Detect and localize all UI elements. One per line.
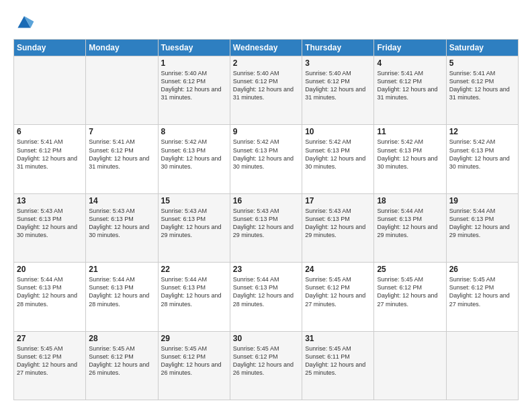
day-number: 28	[89, 334, 154, 343]
day-number: 6	[17, 127, 83, 136]
day-number: 4	[377, 58, 443, 68]
day-number: 23	[233, 265, 299, 274]
day-number: 7	[89, 127, 154, 136]
weekday-header-monday: Monday	[86, 40, 158, 56]
calendar-body: 1Sunrise: 5:40 AM Sunset: 6:12 PM Daylig…	[14, 56, 519, 400]
weekday-header-wednesday: Wednesday	[230, 40, 302, 56]
day-info: Sunrise: 5:45 AM Sunset: 6:12 PM Dayligh…	[233, 345, 299, 377]
calendar-cell: 7Sunrise: 5:41 AM Sunset: 6:12 PM Daylig…	[86, 125, 158, 193]
day-number: 26	[449, 265, 515, 274]
calendar-cell: 8Sunrise: 5:42 AM Sunset: 6:13 PM Daylig…	[158, 125, 230, 193]
day-number: 9	[233, 127, 299, 136]
day-number: 29	[161, 334, 227, 343]
day-info: Sunrise: 5:42 AM Sunset: 6:13 PM Dayligh…	[449, 138, 515, 171]
day-info: Sunrise: 5:41 AM Sunset: 6:12 PM Dayligh…	[377, 69, 443, 102]
calendar-cell: 21Sunrise: 5:44 AM Sunset: 6:13 PM Dayli…	[86, 263, 158, 331]
calendar-cell: 15Sunrise: 5:43 AM Sunset: 6:13 PM Dayli…	[158, 193, 230, 262]
calendar-cell	[86, 56, 158, 125]
day-info: Sunrise: 5:40 AM Sunset: 6:12 PM Dayligh…	[161, 69, 227, 102]
day-number: 20	[17, 265, 83, 274]
day-info: Sunrise: 5:42 AM Sunset: 6:13 PM Dayligh…	[233, 138, 299, 171]
day-info: Sunrise: 5:43 AM Sunset: 6:13 PM Dayligh…	[161, 207, 227, 240]
day-info: Sunrise: 5:42 AM Sunset: 6:13 PM Dayligh…	[377, 138, 443, 171]
weekday-header-thursday: Thursday	[302, 40, 374, 56]
day-number: 5	[449, 58, 515, 68]
calendar-cell	[374, 331, 446, 400]
calendar-page: SundayMondayTuesdayWednesdayThursdayFrid…	[0, 0, 532, 411]
day-info: Sunrise: 5:44 AM Sunset: 6:13 PM Dayligh…	[89, 275, 154, 308]
calendar-week-3: 13Sunrise: 5:43 AM Sunset: 6:13 PM Dayli…	[14, 193, 519, 262]
calendar-week-2: 6Sunrise: 5:41 AM Sunset: 6:12 PM Daylig…	[14, 125, 519, 193]
calendar-header: SundayMondayTuesdayWednesdayThursdayFrid…	[14, 40, 519, 56]
day-info: Sunrise: 5:45 AM Sunset: 6:12 PM Dayligh…	[17, 345, 83, 377]
calendar-cell: 17Sunrise: 5:43 AM Sunset: 6:13 PM Dayli…	[302, 193, 374, 262]
calendar-cell: 1Sunrise: 5:40 AM Sunset: 6:12 PM Daylig…	[158, 56, 230, 125]
day-number: 18	[377, 196, 443, 205]
day-number: 10	[305, 127, 371, 136]
day-info: Sunrise: 5:41 AM Sunset: 6:12 PM Dayligh…	[449, 69, 515, 102]
day-info: Sunrise: 5:43 AM Sunset: 6:13 PM Dayligh…	[89, 207, 154, 240]
day-number: 16	[233, 196, 299, 205]
day-number: 14	[89, 196, 154, 205]
day-number: 24	[305, 265, 371, 274]
day-number: 11	[377, 127, 443, 136]
day-number: 25	[377, 265, 443, 274]
day-info: Sunrise: 5:45 AM Sunset: 6:12 PM Dayligh…	[161, 345, 227, 377]
calendar-cell: 3Sunrise: 5:40 AM Sunset: 6:12 PM Daylig…	[302, 56, 374, 125]
calendar-table: SundayMondayTuesdayWednesdayThursdayFrid…	[13, 39, 519, 400]
day-number: 13	[17, 196, 83, 205]
day-info: Sunrise: 5:44 AM Sunset: 6:13 PM Dayligh…	[449, 207, 515, 240]
calendar-cell: 30Sunrise: 5:45 AM Sunset: 6:12 PM Dayli…	[230, 331, 302, 400]
calendar-cell: 11Sunrise: 5:42 AM Sunset: 6:13 PM Dayli…	[374, 125, 446, 193]
day-number: 27	[17, 334, 83, 343]
calendar-cell	[14, 56, 86, 125]
day-number: 15	[161, 196, 227, 205]
day-info: Sunrise: 5:40 AM Sunset: 6:12 PM Dayligh…	[233, 69, 299, 102]
day-info: Sunrise: 5:43 AM Sunset: 6:13 PM Dayligh…	[305, 207, 371, 240]
weekday-row: SundayMondayTuesdayWednesdayThursdayFrid…	[14, 40, 519, 56]
day-number: 17	[305, 196, 371, 205]
day-info: Sunrise: 5:43 AM Sunset: 6:13 PM Dayligh…	[233, 207, 299, 240]
calendar-cell: 9Sunrise: 5:42 AM Sunset: 6:13 PM Daylig…	[230, 125, 302, 193]
day-info: Sunrise: 5:41 AM Sunset: 6:12 PM Dayligh…	[17, 138, 83, 171]
day-number: 30	[233, 334, 299, 343]
weekday-header-friday: Friday	[374, 40, 446, 56]
day-number: 8	[161, 127, 227, 136]
calendar-cell: 20Sunrise: 5:44 AM Sunset: 6:13 PM Dayli…	[14, 263, 86, 331]
calendar-cell: 16Sunrise: 5:43 AM Sunset: 6:13 PM Dayli…	[230, 193, 302, 262]
calendar-cell: 24Sunrise: 5:45 AM Sunset: 6:12 PM Dayli…	[302, 263, 374, 331]
day-info: Sunrise: 5:42 AM Sunset: 6:13 PM Dayligh…	[305, 138, 371, 171]
calendar-cell: 31Sunrise: 5:45 AM Sunset: 6:11 PM Dayli…	[302, 331, 374, 400]
day-info: Sunrise: 5:43 AM Sunset: 6:13 PM Dayligh…	[17, 207, 83, 240]
calendar-cell: 14Sunrise: 5:43 AM Sunset: 6:13 PM Dayli…	[86, 193, 158, 262]
day-number: 1	[161, 58, 227, 68]
day-info: Sunrise: 5:42 AM Sunset: 6:13 PM Dayligh…	[161, 138, 227, 171]
day-info: Sunrise: 5:45 AM Sunset: 6:12 PM Dayligh…	[449, 275, 515, 308]
day-number: 19	[449, 196, 515, 205]
calendar-cell: 13Sunrise: 5:43 AM Sunset: 6:13 PM Dayli…	[14, 193, 86, 262]
calendar-cell: 27Sunrise: 5:45 AM Sunset: 6:12 PM Dayli…	[14, 331, 86, 400]
day-number: 22	[161, 265, 227, 274]
day-info: Sunrise: 5:45 AM Sunset: 6:12 PM Dayligh…	[377, 275, 443, 308]
day-info: Sunrise: 5:41 AM Sunset: 6:12 PM Dayligh…	[89, 138, 154, 171]
day-number: 31	[305, 334, 371, 343]
day-info: Sunrise: 5:45 AM Sunset: 6:12 PM Dayligh…	[89, 345, 154, 377]
calendar-cell: 10Sunrise: 5:42 AM Sunset: 6:13 PM Dayli…	[302, 125, 374, 193]
day-info: Sunrise: 5:44 AM Sunset: 6:13 PM Dayligh…	[17, 275, 83, 308]
calendar-week-1: 1Sunrise: 5:40 AM Sunset: 6:12 PM Daylig…	[14, 56, 519, 125]
calendar-cell: 2Sunrise: 5:40 AM Sunset: 6:12 PM Daylig…	[230, 56, 302, 125]
calendar-cell: 5Sunrise: 5:41 AM Sunset: 6:12 PM Daylig…	[446, 56, 518, 125]
day-number: 21	[89, 265, 154, 274]
weekday-header-tuesday: Tuesday	[158, 40, 230, 56]
day-info: Sunrise: 5:40 AM Sunset: 6:12 PM Dayligh…	[305, 69, 371, 102]
calendar-cell: 22Sunrise: 5:44 AM Sunset: 6:13 PM Dayli…	[158, 263, 230, 331]
calendar-cell: 29Sunrise: 5:45 AM Sunset: 6:12 PM Dayli…	[158, 331, 230, 400]
calendar-cell: 19Sunrise: 5:44 AM Sunset: 6:13 PM Dayli…	[446, 193, 518, 262]
header	[13, 11, 519, 32]
day-number: 3	[305, 58, 371, 68]
day-info: Sunrise: 5:45 AM Sunset: 6:11 PM Dayligh…	[305, 345, 371, 377]
calendar-cell: 26Sunrise: 5:45 AM Sunset: 6:12 PM Dayli…	[446, 263, 518, 331]
calendar-cell: 25Sunrise: 5:45 AM Sunset: 6:12 PM Dayli…	[374, 263, 446, 331]
calendar-cell: 12Sunrise: 5:42 AM Sunset: 6:13 PM Dayli…	[446, 125, 518, 193]
day-number: 2	[233, 58, 299, 68]
